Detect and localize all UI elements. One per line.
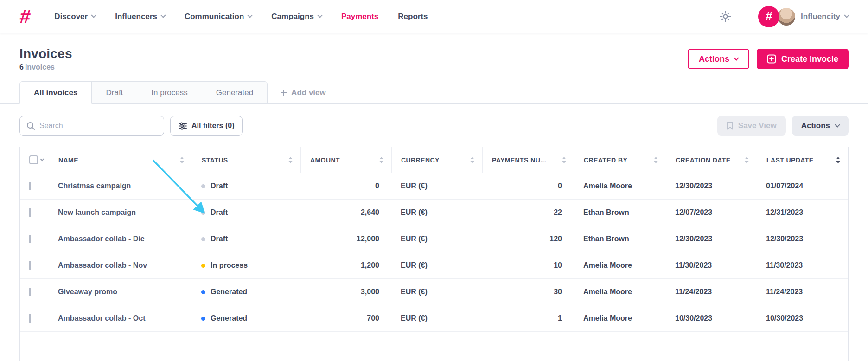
column-header-label: NAME — [58, 156, 78, 164]
nav-item-label: Campaigns — [271, 12, 314, 21]
payments-number-cell: 22 — [482, 208, 574, 217]
column-header-status[interactable]: STATUS — [192, 147, 300, 173]
chevron-down-icon — [317, 13, 322, 18]
search-input[interactable] — [39, 122, 157, 130]
tab-all-invoices[interactable]: All invoices — [19, 81, 92, 104]
sort-icon — [744, 156, 749, 164]
create-button-label: Create invocie — [781, 54, 838, 64]
tab-in-process[interactable]: In process — [137, 81, 202, 104]
created-by-cell: Amelia Moore — [574, 314, 666, 323]
invoice-name-cell: Giveaway promo — [49, 288, 192, 296]
status-cell: Generated — [192, 314, 300, 323]
nav-item-campaigns[interactable]: Campaigns — [271, 12, 322, 21]
created-by-cell: Ethan Brown — [574, 208, 666, 217]
last-update-cell: 11/30/2023 — [757, 261, 848, 270]
payments-number-cell: 120 — [482, 235, 574, 243]
plus-square-icon — [767, 54, 776, 64]
row-checkbox-cell — [20, 235, 49, 243]
last-update-cell: 10/30/2023 — [757, 314, 848, 323]
column-header-name[interactable]: NAME — [49, 147, 192, 173]
table-row[interactable]: Ambassador collab - Oct Generated 700 EU… — [20, 305, 848, 332]
column-header-creation-date[interactable]: CREATION DATE — [666, 147, 757, 173]
filters-sliders-icon — [179, 122, 187, 130]
nav-item-payments[interactable]: Payments — [341, 12, 378, 21]
plus-icon — [281, 90, 287, 96]
table-header: NAME STATUS AMOUNT CURRENCY PAYMENTS NU.… — [20, 147, 848, 173]
nav-item-label: Communication — [185, 12, 244, 21]
table-row[interactable]: Ambassador collab - Nov In process 1,200… — [20, 252, 848, 279]
row-checkbox[interactable] — [29, 288, 31, 296]
nav-right: # Influencity — [719, 6, 849, 27]
row-checkbox-cell — [20, 314, 49, 323]
last-update-cell: 12/31/2023 — [757, 208, 848, 217]
nav-item-reports[interactable]: Reports — [398, 12, 428, 21]
sort-icon — [836, 156, 841, 164]
nav-item-label: Reports — [398, 12, 428, 21]
nav-item-communication[interactable]: Communication — [185, 12, 252, 21]
tab-generated[interactable]: Generated — [202, 81, 268, 104]
tab-draft[interactable]: Draft — [92, 81, 137, 104]
currency-cell: EUR (€) — [391, 314, 482, 323]
payments-number-cell: 0 — [482, 182, 574, 190]
payments-number-cell: 1 — [482, 314, 574, 323]
table-row[interactable]: Christmas campaign Draft 0 EUR (€) 0 Ame… — [20, 173, 848, 200]
creation-date-cell: 12/30/2023 — [666, 182, 757, 190]
row-checkbox[interactable] — [29, 314, 31, 323]
table-row[interactable]: Giveaway promo Generated 3,000 EUR (€) 3… — [20, 279, 848, 305]
currency-cell: EUR (€) — [391, 235, 482, 243]
all-filters-button[interactable]: All filters (0) — [170, 116, 243, 136]
sort-icon — [379, 156, 384, 164]
column-header-label: PAYMENTS NU... — [492, 156, 546, 164]
column-header-amount[interactable]: AMOUNT — [300, 147, 391, 173]
account-menu[interactable]: # Influencity — [758, 6, 849, 27]
nav-item-discover[interactable]: Discover — [54, 12, 96, 21]
status-cell: Draft — [192, 182, 300, 190]
save-view-button[interactable]: Save View — [717, 116, 786, 136]
column-header-payments-nu[interactable]: PAYMENTS NU... — [482, 147, 574, 173]
tab-group: All invoices Draft In process Generated — [19, 81, 268, 103]
tabs-bar: All invoices Draft In process Generated … — [0, 81, 868, 104]
amount-cell: 2,640 — [300, 208, 391, 217]
column-header-created-by[interactable]: CREATED BY — [574, 147, 666, 173]
amount-cell: 3,000 — [300, 288, 391, 296]
account-name: Influencity — [801, 12, 840, 21]
actions-dropdown-button[interactable]: Actions — [688, 49, 749, 69]
row-checkbox[interactable] — [29, 208, 31, 217]
actions-button-label: Actions — [699, 54, 729, 64]
column-header-last-update[interactable]: LAST UPDATE — [757, 147, 848, 173]
table-actions-button[interactable]: Actions — [792, 116, 849, 136]
select-options-chevron-icon[interactable] — [40, 157, 44, 161]
row-checkbox-cell — [20, 182, 49, 190]
table-row[interactable]: New launch campaign Draft 2,640 EUR (€) … — [20, 200, 848, 226]
invoice-count: 6Invoices — [19, 63, 72, 71]
select-all-checkbox[interactable] — [29, 155, 38, 164]
invoice-name-cell: New launch campaign — [49, 208, 192, 217]
created-by-cell: Amelia Moore — [574, 261, 666, 270]
search-box — [19, 116, 164, 136]
sort-icon — [653, 156, 658, 164]
table-row[interactable]: Ambassador collab - Dic Draft 12,000 EUR… — [20, 226, 848, 252]
brand-logo-icon[interactable]: # — [19, 7, 32, 26]
search-icon — [26, 122, 35, 130]
all-filters-label: All filters (0) — [191, 122, 234, 130]
column-header-label: STATUS — [202, 156, 228, 164]
currency-cell: EUR (€) — [391, 288, 482, 296]
creation-date-cell: 10/30/2023 — [666, 314, 757, 323]
top-navigation: # Discover Influencers Communication Cam… — [0, 0, 868, 33]
settings-gear-icon[interactable] — [719, 10, 732, 23]
row-checkbox[interactable] — [29, 182, 31, 190]
column-header-currency[interactable]: CURRENCY — [391, 147, 482, 173]
invoice-count-number: 6 — [19, 63, 24, 71]
nav-item-label: Influencers — [115, 12, 157, 21]
add-view-button[interactable]: Add view — [281, 81, 326, 104]
row-checkbox[interactable] — [29, 261, 31, 270]
invoice-count-label: Invoices — [25, 63, 55, 71]
last-update-cell: 01/07/2024 — [757, 182, 848, 190]
filter-toolbar: All filters (0) Save View Actions — [0, 104, 868, 145]
creation-date-cell: 11/30/2023 — [666, 261, 757, 270]
nav-item-influencers[interactable]: Influencers — [115, 12, 165, 21]
row-checkbox[interactable] — [29, 235, 31, 243]
sort-icon — [179, 156, 185, 164]
column-header-label: LAST UPDATE — [766, 156, 814, 164]
create-invoice-button[interactable]: Create invocie — [757, 49, 849, 69]
